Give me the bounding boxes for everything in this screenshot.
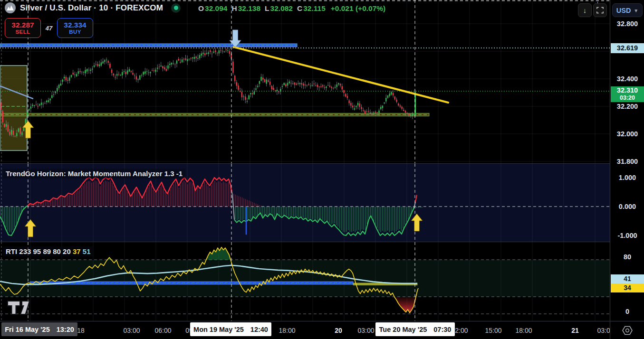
rti-tick: 0 xyxy=(610,308,644,315)
sell-label: SELL xyxy=(16,29,30,35)
currency-label: USD xyxy=(616,7,631,14)
crosshair-time-tooltip: Fri 16 May '2513:20 xyxy=(1,322,77,336)
sell-price: 32.287 xyxy=(11,21,34,29)
crosshair-time-tooltip: Tue 20 May '2507:30 xyxy=(375,322,455,336)
rti-value-blue: 51 xyxy=(83,247,91,255)
screenshot-button[interactable] xyxy=(593,3,607,17)
momentum-title[interactable]: TrendGo Horizon: Market Momentum Analyze… xyxy=(3,169,185,179)
buy-button[interactable]: 32.334 BUY xyxy=(57,18,93,38)
time-tick: 20 xyxy=(335,327,342,334)
bar-countdown: 03:20 xyxy=(611,94,644,101)
time-tick: 21 xyxy=(571,327,579,334)
price-tick: 32.800 xyxy=(610,20,644,28)
rti-title[interactable]: RTI 233 95 89 80 20 37 51 xyxy=(3,246,93,256)
trading-chart-window: Silver / U.S. Dollar · 10 · FOREXCOM O32… xyxy=(0,0,644,339)
currency-selector[interactable]: USD ▼ xyxy=(612,3,643,17)
time-tick: 18 xyxy=(77,327,85,334)
price-axis[interactable]: 32.80032.40032.20032.00031.80032.619 32.… xyxy=(610,0,644,321)
time-tick: 03:00 xyxy=(123,327,140,334)
ohlc-item: C32.115 xyxy=(297,4,326,13)
time-tick: 03:00 xyxy=(357,327,374,334)
price-tick: 31.800 xyxy=(610,158,644,165)
crosshair-time-tooltip: Mon 19 May '2512:40 xyxy=(190,322,271,336)
rti-value-yellow: 37 xyxy=(73,247,81,255)
silver-symbol-icon xyxy=(5,2,16,13)
down-arrow-icon: ↓ xyxy=(583,6,587,14)
axis-settings-corner[interactable] xyxy=(610,321,644,339)
price-tick: 32.200 xyxy=(610,103,644,110)
ohlc-legend: O32.094H32.138L32.082C32.115+0.021 (+0.0… xyxy=(198,4,385,13)
spread-value: 47 xyxy=(41,25,57,32)
time-axis[interactable]: 1803:0006:000918:002003:0012:0015:0018:0… xyxy=(0,321,610,339)
rti-line-label: 34 xyxy=(611,283,644,292)
ohlc-item: O32.094 xyxy=(198,4,227,13)
price-tick: 32.000 xyxy=(610,130,644,138)
sell-button[interactable]: 32.287 SELL xyxy=(5,18,41,38)
buy-label: BUY xyxy=(69,29,81,35)
rti-ma-label: 41 xyxy=(611,274,644,283)
time-tick: 18:00 xyxy=(515,327,532,334)
time-tick: 06:00 xyxy=(154,327,171,334)
time-tick: 18:00 xyxy=(279,327,295,334)
price-tick: 32.400 xyxy=(610,75,644,83)
ohlc-item: H32.138 xyxy=(231,4,260,13)
time-tick: 15:00 xyxy=(485,327,501,334)
download-button[interactable]: ↓ xyxy=(578,3,592,17)
momentum-tick: 0.000 xyxy=(610,203,644,210)
pane-divider[interactable] xyxy=(0,242,644,242)
ohlc-item: +0.021 (+0.07%) xyxy=(330,4,385,13)
momentum-tick: -1.000 xyxy=(610,232,644,239)
settings-hexagon-icon xyxy=(622,325,633,336)
rti-tick: 80 xyxy=(610,253,644,261)
alert-price-label[interactable]: 32.619 xyxy=(611,43,644,53)
time-tick: 03:00 xyxy=(597,327,610,334)
momentum-tick: 1.000 xyxy=(610,174,644,181)
market-status-icon[interactable] xyxy=(171,3,181,13)
ohlc-item: L32.082 xyxy=(265,4,293,13)
chevron-down-icon: ▼ xyxy=(634,8,638,13)
last-price-label: 32.310 03:20 xyxy=(611,86,644,102)
buy-price: 32.334 xyxy=(64,21,86,29)
frame-icon xyxy=(596,7,604,14)
rti-title-main: RTI 233 95 89 80 20 xyxy=(6,247,71,255)
pane-divider[interactable] xyxy=(0,163,644,164)
symbol-title[interactable]: Silver / U.S. Dollar · 10 · FOREXCOM xyxy=(20,3,163,13)
